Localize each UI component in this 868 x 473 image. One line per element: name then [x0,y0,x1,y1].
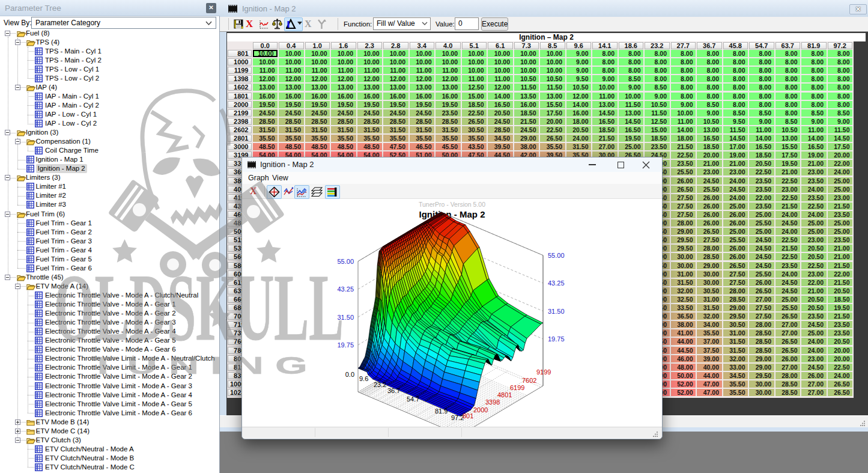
svg-text:54.7: 54.7 [407,395,419,403]
svg-text:9.6: 9.6 [359,375,368,382]
svg-text:9199: 9199 [536,368,551,376]
svg-text:31.50: 31.50 [337,314,354,321]
svg-text:7602: 7602 [522,377,536,384]
svg-text:19.75: 19.75 [337,341,354,349]
svg-text:6199: 6199 [510,384,524,391]
svg-text:3398: 3398 [485,398,500,406]
svg-text:36.7: 36.7 [387,387,400,394]
svg-text:19.75: 19.75 [548,335,565,343]
svg-text:4801: 4801 [497,391,512,398]
svg-text:2000: 2000 [473,406,488,413]
svg-text:43.25: 43.25 [548,279,565,287]
svg-text:43.25: 43.25 [337,285,354,293]
svg-text:801: 801 [463,412,473,420]
svg-text:23.2: 23.2 [374,381,386,388]
svg-text:31.50: 31.50 [548,308,565,315]
svg-text:0.0: 0.0 [345,371,354,378]
svg-text:55.00: 55.00 [548,252,565,259]
svg-text:81.9: 81.9 [435,407,448,415]
svg-text:55.00: 55.00 [337,258,354,265]
